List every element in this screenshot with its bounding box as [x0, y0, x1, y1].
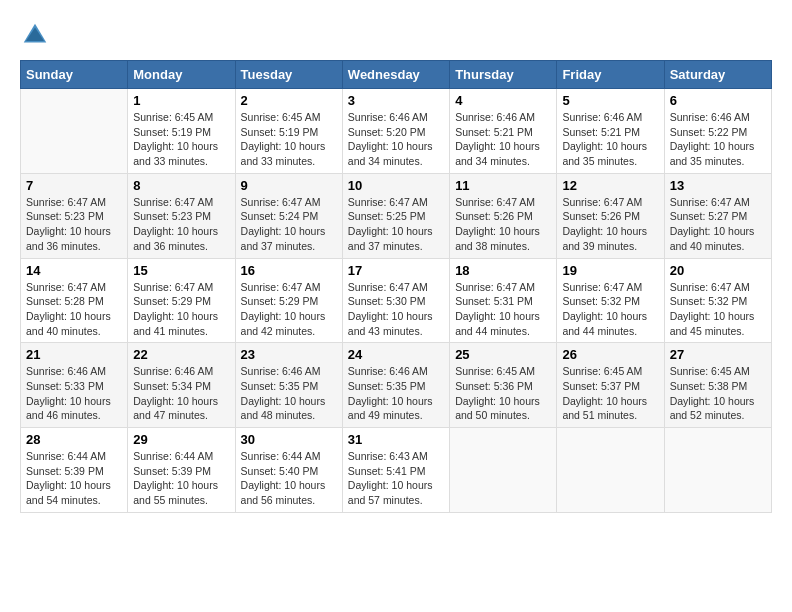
- calendar-week-row: 1Sunrise: 6:45 AM Sunset: 5:19 PM Daylig…: [21, 89, 772, 174]
- day-number: 4: [455, 93, 551, 108]
- day-number: 15: [133, 263, 229, 278]
- day-info: Sunrise: 6:47 AM Sunset: 5:23 PM Dayligh…: [133, 195, 229, 254]
- calendar-cell: 28Sunrise: 6:44 AM Sunset: 5:39 PM Dayli…: [21, 428, 128, 513]
- calendar-cell: 17Sunrise: 6:47 AM Sunset: 5:30 PM Dayli…: [342, 258, 449, 343]
- calendar-cell: 23Sunrise: 6:46 AM Sunset: 5:35 PM Dayli…: [235, 343, 342, 428]
- day-info: Sunrise: 6:46 AM Sunset: 5:22 PM Dayligh…: [670, 110, 766, 169]
- day-info: Sunrise: 6:47 AM Sunset: 5:30 PM Dayligh…: [348, 280, 444, 339]
- calendar-cell: 14Sunrise: 6:47 AM Sunset: 5:28 PM Dayli…: [21, 258, 128, 343]
- weekday-header-friday: Friday: [557, 61, 664, 89]
- day-info: Sunrise: 6:47 AM Sunset: 5:32 PM Dayligh…: [670, 280, 766, 339]
- logo-icon: [20, 20, 50, 50]
- day-number: 19: [562, 263, 658, 278]
- day-number: 2: [241, 93, 337, 108]
- calendar-cell: 3Sunrise: 6:46 AM Sunset: 5:20 PM Daylig…: [342, 89, 449, 174]
- day-number: 28: [26, 432, 122, 447]
- day-info: Sunrise: 6:45 AM Sunset: 5:37 PM Dayligh…: [562, 364, 658, 423]
- day-info: Sunrise: 6:43 AM Sunset: 5:41 PM Dayligh…: [348, 449, 444, 508]
- day-info: Sunrise: 6:47 AM Sunset: 5:32 PM Dayligh…: [562, 280, 658, 339]
- page-header: [20, 20, 772, 50]
- day-number: 11: [455, 178, 551, 193]
- calendar-cell: 7Sunrise: 6:47 AM Sunset: 5:23 PM Daylig…: [21, 173, 128, 258]
- calendar-cell: 12Sunrise: 6:47 AM Sunset: 5:26 PM Dayli…: [557, 173, 664, 258]
- day-number: 14: [26, 263, 122, 278]
- day-info: Sunrise: 6:47 AM Sunset: 5:28 PM Dayligh…: [26, 280, 122, 339]
- day-number: 3: [348, 93, 444, 108]
- calendar-cell: [557, 428, 664, 513]
- day-info: Sunrise: 6:44 AM Sunset: 5:39 PM Dayligh…: [26, 449, 122, 508]
- calendar-cell: [450, 428, 557, 513]
- calendar-cell: 8Sunrise: 6:47 AM Sunset: 5:23 PM Daylig…: [128, 173, 235, 258]
- day-number: 10: [348, 178, 444, 193]
- calendar-cell: 30Sunrise: 6:44 AM Sunset: 5:40 PM Dayli…: [235, 428, 342, 513]
- calendar-cell: 5Sunrise: 6:46 AM Sunset: 5:21 PM Daylig…: [557, 89, 664, 174]
- day-number: 6: [670, 93, 766, 108]
- calendar-cell: 15Sunrise: 6:47 AM Sunset: 5:29 PM Dayli…: [128, 258, 235, 343]
- day-number: 30: [241, 432, 337, 447]
- day-info: Sunrise: 6:46 AM Sunset: 5:35 PM Dayligh…: [241, 364, 337, 423]
- day-info: Sunrise: 6:46 AM Sunset: 5:33 PM Dayligh…: [26, 364, 122, 423]
- day-number: 9: [241, 178, 337, 193]
- calendar-cell: 4Sunrise: 6:46 AM Sunset: 5:21 PM Daylig…: [450, 89, 557, 174]
- calendar-week-row: 7Sunrise: 6:47 AM Sunset: 5:23 PM Daylig…: [21, 173, 772, 258]
- day-number: 7: [26, 178, 122, 193]
- logo: [20, 20, 54, 50]
- calendar-week-row: 21Sunrise: 6:46 AM Sunset: 5:33 PM Dayli…: [21, 343, 772, 428]
- calendar-cell: 25Sunrise: 6:45 AM Sunset: 5:36 PM Dayli…: [450, 343, 557, 428]
- day-info: Sunrise: 6:47 AM Sunset: 5:25 PM Dayligh…: [348, 195, 444, 254]
- calendar-cell: 29Sunrise: 6:44 AM Sunset: 5:39 PM Dayli…: [128, 428, 235, 513]
- calendar-cell: 16Sunrise: 6:47 AM Sunset: 5:29 PM Dayli…: [235, 258, 342, 343]
- day-info: Sunrise: 6:45 AM Sunset: 5:38 PM Dayligh…: [670, 364, 766, 423]
- day-info: Sunrise: 6:45 AM Sunset: 5:36 PM Dayligh…: [455, 364, 551, 423]
- day-info: Sunrise: 6:46 AM Sunset: 5:20 PM Dayligh…: [348, 110, 444, 169]
- day-info: Sunrise: 6:47 AM Sunset: 5:26 PM Dayligh…: [455, 195, 551, 254]
- calendar-cell: 1Sunrise: 6:45 AM Sunset: 5:19 PM Daylig…: [128, 89, 235, 174]
- day-info: Sunrise: 6:47 AM Sunset: 5:26 PM Dayligh…: [562, 195, 658, 254]
- day-number: 20: [670, 263, 766, 278]
- weekday-header-sunday: Sunday: [21, 61, 128, 89]
- calendar-cell: 11Sunrise: 6:47 AM Sunset: 5:26 PM Dayli…: [450, 173, 557, 258]
- calendar-table: SundayMondayTuesdayWednesdayThursdayFrid…: [20, 60, 772, 513]
- weekday-header-thursday: Thursday: [450, 61, 557, 89]
- calendar-cell: 19Sunrise: 6:47 AM Sunset: 5:32 PM Dayli…: [557, 258, 664, 343]
- day-info: Sunrise: 6:45 AM Sunset: 5:19 PM Dayligh…: [133, 110, 229, 169]
- day-number: 22: [133, 347, 229, 362]
- calendar-week-row: 14Sunrise: 6:47 AM Sunset: 5:28 PM Dayli…: [21, 258, 772, 343]
- day-number: 23: [241, 347, 337, 362]
- day-info: Sunrise: 6:47 AM Sunset: 5:23 PM Dayligh…: [26, 195, 122, 254]
- day-info: Sunrise: 6:47 AM Sunset: 5:24 PM Dayligh…: [241, 195, 337, 254]
- day-number: 13: [670, 178, 766, 193]
- day-info: Sunrise: 6:44 AM Sunset: 5:40 PM Dayligh…: [241, 449, 337, 508]
- weekday-header-tuesday: Tuesday: [235, 61, 342, 89]
- day-number: 27: [670, 347, 766, 362]
- day-number: 29: [133, 432, 229, 447]
- calendar-week-row: 28Sunrise: 6:44 AM Sunset: 5:39 PM Dayli…: [21, 428, 772, 513]
- calendar-cell: 26Sunrise: 6:45 AM Sunset: 5:37 PM Dayli…: [557, 343, 664, 428]
- day-number: 25: [455, 347, 551, 362]
- weekday-header-monday: Monday: [128, 61, 235, 89]
- calendar-cell: 10Sunrise: 6:47 AM Sunset: 5:25 PM Dayli…: [342, 173, 449, 258]
- calendar-cell: 27Sunrise: 6:45 AM Sunset: 5:38 PM Dayli…: [664, 343, 771, 428]
- day-info: Sunrise: 6:45 AM Sunset: 5:19 PM Dayligh…: [241, 110, 337, 169]
- calendar-cell: 13Sunrise: 6:47 AM Sunset: 5:27 PM Dayli…: [664, 173, 771, 258]
- day-info: Sunrise: 6:47 AM Sunset: 5:27 PM Dayligh…: [670, 195, 766, 254]
- calendar-cell: 20Sunrise: 6:47 AM Sunset: 5:32 PM Dayli…: [664, 258, 771, 343]
- day-info: Sunrise: 6:46 AM Sunset: 5:21 PM Dayligh…: [455, 110, 551, 169]
- day-number: 12: [562, 178, 658, 193]
- day-info: Sunrise: 6:47 AM Sunset: 5:31 PM Dayligh…: [455, 280, 551, 339]
- day-info: Sunrise: 6:47 AM Sunset: 5:29 PM Dayligh…: [241, 280, 337, 339]
- calendar-cell: 6Sunrise: 6:46 AM Sunset: 5:22 PM Daylig…: [664, 89, 771, 174]
- day-number: 1: [133, 93, 229, 108]
- weekday-header-saturday: Saturday: [664, 61, 771, 89]
- day-number: 26: [562, 347, 658, 362]
- calendar-cell: 31Sunrise: 6:43 AM Sunset: 5:41 PM Dayli…: [342, 428, 449, 513]
- day-info: Sunrise: 6:47 AM Sunset: 5:29 PM Dayligh…: [133, 280, 229, 339]
- calendar-cell: 9Sunrise: 6:47 AM Sunset: 5:24 PM Daylig…: [235, 173, 342, 258]
- day-number: 18: [455, 263, 551, 278]
- calendar-cell: 24Sunrise: 6:46 AM Sunset: 5:35 PM Dayli…: [342, 343, 449, 428]
- day-info: Sunrise: 6:44 AM Sunset: 5:39 PM Dayligh…: [133, 449, 229, 508]
- day-number: 17: [348, 263, 444, 278]
- day-number: 5: [562, 93, 658, 108]
- day-number: 16: [241, 263, 337, 278]
- day-info: Sunrise: 6:46 AM Sunset: 5:34 PM Dayligh…: [133, 364, 229, 423]
